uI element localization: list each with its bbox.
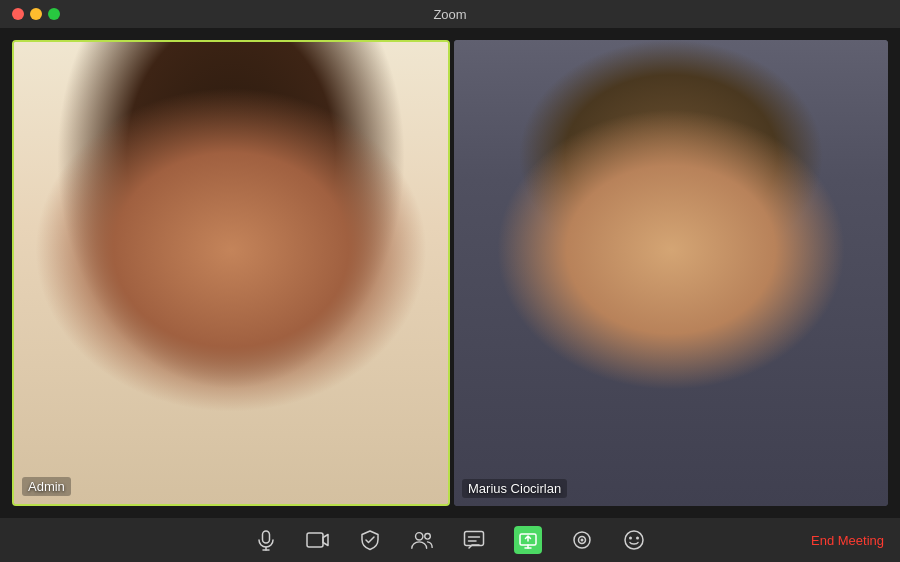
svg-rect-38	[804, 270, 848, 320]
svg-point-26	[217, 338, 229, 350]
toolbar: End Meeting	[0, 518, 900, 562]
svg-point-37	[801, 210, 851, 270]
svg-point-12	[196, 399, 265, 439]
svg-rect-4	[261, 290, 439, 310]
svg-rect-35	[766, 160, 866, 230]
svg-point-53	[683, 300, 719, 324]
emoji-icon	[622, 528, 646, 552]
video-tile-marius: Marius Ciocirlan	[454, 40, 888, 506]
participants-icon	[410, 528, 434, 552]
svg-point-22	[243, 298, 275, 318]
svg-point-59	[573, 342, 629, 378]
admin-video-visual	[14, 42, 448, 504]
participants-button[interactable]	[410, 528, 434, 552]
svg-point-50	[591, 350, 751, 440]
svg-point-54	[644, 303, 652, 311]
svg-point-46	[576, 170, 766, 300]
svg-rect-41	[631, 440, 711, 506]
svg-point-17	[290, 270, 369, 448]
app-title: Zoom	[433, 7, 466, 22]
svg-point-15	[127, 191, 335, 409]
svg-rect-32	[454, 40, 888, 340]
svg-point-25	[221, 332, 241, 346]
svg-rect-39	[454, 400, 888, 420]
svg-point-49	[583, 245, 759, 435]
title-bar: Zoom	[0, 0, 900, 28]
camera-icon	[306, 528, 330, 552]
svg-rect-3	[231, 62, 429, 141]
marius-name-label: Marius Ciocirlan	[462, 479, 567, 498]
svg-point-42	[641, 420, 701, 470]
svg-point-51	[596, 350, 746, 410]
svg-point-77	[636, 537, 639, 540]
svg-point-58	[674, 345, 688, 359]
svg-point-23	[205, 300, 213, 308]
svg-point-28	[152, 339, 202, 369]
svg-rect-31	[454, 40, 888, 506]
svg-point-43	[633, 403, 709, 447]
svg-point-8	[186, 493, 196, 503]
svg-rect-36	[776, 165, 856, 223]
svg-point-57	[654, 345, 668, 359]
svg-point-19	[152, 215, 311, 324]
svg-point-18	[144, 240, 318, 428]
svg-point-52	[623, 300, 659, 324]
svg-point-30	[136, 333, 148, 345]
reactions-button[interactable]	[622, 528, 646, 552]
svg-rect-64	[307, 533, 323, 547]
camera-button[interactable]	[306, 528, 330, 552]
svg-rect-5	[320, 250, 335, 290]
svg-point-11	[295, 503, 305, 504]
maximize-button[interactable]	[48, 8, 60, 20]
svg-point-14	[147, 230, 286, 399]
svg-point-75	[625, 531, 643, 549]
participant-video-marius	[454, 40, 888, 506]
video-tile-admin: Admin	[12, 40, 450, 506]
svg-point-44	[573, 230, 769, 440]
svg-point-24	[261, 300, 269, 308]
svg-rect-34	[476, 180, 536, 190]
minimize-button[interactable]	[30, 8, 42, 20]
svg-rect-1	[14, 42, 448, 240]
chat-icon	[462, 528, 486, 552]
svg-point-65	[416, 533, 423, 540]
svg-point-56	[659, 336, 683, 354]
svg-point-27	[233, 338, 245, 350]
svg-point-16	[92, 250, 171, 448]
security-icon	[358, 528, 382, 552]
share-screen-button[interactable]	[514, 526, 542, 554]
svg-point-55	[704, 303, 712, 311]
svg-point-66	[425, 534, 431, 540]
mic-button[interactable]	[254, 528, 278, 552]
record-icon	[570, 528, 594, 552]
svg-rect-2	[33, 62, 211, 141]
svg-rect-33	[466, 190, 546, 310]
svg-point-48	[740, 250, 796, 370]
svg-rect-0	[14, 42, 448, 504]
marius-video-visual	[454, 40, 888, 506]
svg-point-45	[586, 225, 756, 345]
svg-point-21	[187, 298, 219, 318]
svg-point-13	[137, 230, 325, 438]
participant-video-admin	[14, 42, 448, 504]
share-screen-icon	[514, 526, 542, 554]
mic-icon	[254, 528, 278, 552]
svg-point-60	[713, 342, 769, 378]
chat-button[interactable]	[462, 528, 486, 552]
close-button[interactable]	[12, 8, 24, 20]
svg-rect-6	[340, 260, 360, 290]
admin-name-label: Admin	[22, 477, 71, 496]
record-button[interactable]	[570, 528, 594, 552]
svg-rect-67	[465, 532, 484, 546]
svg-point-20	[142, 181, 320, 280]
svg-point-76	[629, 537, 632, 540]
svg-point-29	[261, 339, 311, 369]
svg-rect-61	[263, 531, 270, 543]
svg-point-7	[72, 439, 389, 504]
svg-point-74	[581, 539, 584, 542]
svg-point-47	[546, 250, 602, 370]
security-button[interactable]	[358, 528, 382, 552]
traffic-lights[interactable]	[12, 8, 60, 20]
end-meeting-button[interactable]: End Meeting	[811, 533, 884, 548]
video-grid: Admin	[0, 28, 900, 518]
